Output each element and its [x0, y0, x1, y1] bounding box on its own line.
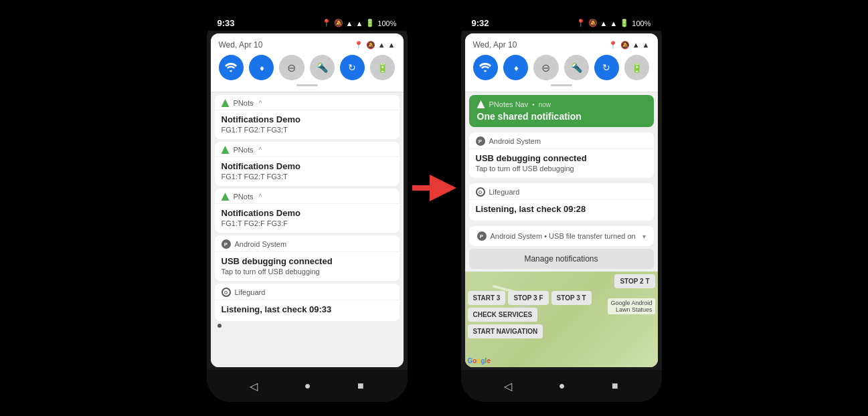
right-status-bar: 9:32 📍 🔕 ▲ ▲ 🔋 100%: [461, 14, 662, 31]
wifi-btn-right[interactable]: [473, 55, 498, 80]
flashlight-btn-right[interactable]: 🔦: [564, 55, 589, 80]
green-notification[interactable]: PNotes Nav • now One shared notification: [469, 95, 654, 127]
notif-header-usb-right: P Android System: [469, 132, 654, 149]
notif-title-pnots-2: Notifications Demo: [222, 161, 393, 171]
notif-title-pnots-3: Notifications Demo: [222, 208, 393, 218]
qs-buttons-right: ⬧ ⊖ 🔦 ↻ 🔋: [473, 55, 650, 80]
pnots-name-3: PNots: [234, 193, 254, 201]
manage-notifications[interactable]: Manage notifications: [469, 249, 654, 269]
arrow-head: [430, 175, 456, 201]
right-phone: 9:32 📍 🔕 ▲ ▲ 🔋 100% Wed, Apr 10: [461, 14, 662, 402]
left-quick-settings: Wed, Apr 10 📍 🔕 ▲ ▲ ⬧ ⊖: [211, 33, 404, 92]
qs-buttons-left: ⬧ ⊖ 🔦 ↻ 🔋: [219, 55, 396, 80]
right-time: 9:32: [472, 18, 489, 28]
notif-usb-right[interactable]: P Android System USB debugging connected…: [469, 132, 654, 178]
dnd-btn-right[interactable]: ⊖: [533, 55, 558, 80]
green-notif-title: One shared notification: [477, 111, 646, 122]
notif-body-pnots-2: Notifications Demo FG1:T FG2:T FG3:T: [215, 157, 400, 186]
right-notif-panel: Wed, Apr 10 📍 🔕 ▲ ▲ ⬧ ⊖: [465, 33, 658, 367]
mute-icon: 🔕: [334, 19, 343, 27]
flashlight-btn-left[interactable]: 🔦: [310, 55, 335, 80]
pnots-name-2: PNots: [234, 146, 254, 154]
notif-lifeguard-right[interactable]: Lifeguard Listening, last check 09:28: [469, 183, 654, 221]
mute-qs-right: 🔕: [620, 41, 630, 49]
qs-right-icons-r: 📍 🔕 ▲ ▲: [608, 41, 650, 49]
green-now: now: [539, 101, 551, 108]
android-name-left: Android System: [235, 240, 287, 248]
notif-dot-left: [218, 324, 222, 328]
location-qs-icon: 📍: [354, 41, 363, 49]
stop-3f-btn[interactable]: STOP 3 F: [508, 291, 548, 305]
notif-header-pnots-3: PNots ^: [215, 189, 400, 204]
battery-icon-right: 🔋: [620, 19, 629, 27]
home-btn-left[interactable]: ●: [305, 380, 311, 392]
dropdown-icon: ▾: [642, 233, 646, 240]
pnots-icon-1: [222, 99, 230, 107]
notif-usb-left[interactable]: P Android System USB debugging connected…: [215, 235, 400, 281]
back-btn-left[interactable]: ◁: [250, 380, 258, 393]
pnots-icon-3: [222, 193, 230, 201]
spacer-1: [468, 274, 612, 288]
notif-text-pnots-1: FG1:T FG2:T FG3:T: [222, 126, 393, 134]
dnd-btn-left[interactable]: ⊖: [279, 55, 304, 80]
notif-pnots-1[interactable]: PNots ^ Notifications Demo FG1:T FG2:T F…: [215, 95, 400, 139]
green-header: PNotes Nav • now: [477, 100, 646, 108]
start-navigation-btn[interactable]: START NAVIGATION: [468, 324, 543, 338]
left-time: 9:33: [218, 18, 235, 28]
wifi-qs-icon: ▲: [378, 41, 385, 49]
notif-usb-text-right: Tap to turn off USB debugging: [476, 165, 647, 173]
qs-right-icons: 📍 🔕 ▲ ▲: [354, 41, 396, 49]
stop-3t-btn[interactable]: STOP 3 T: [551, 291, 592, 305]
wifi-btn-left[interactable]: [219, 55, 244, 80]
battery-pct-left: 100%: [377, 19, 396, 27]
notif-body-usb-right: USB debugging connected Tap to turn off …: [469, 149, 654, 178]
notif-header-pnots-2: PNots ^: [215, 142, 400, 157]
right-date: Wed, Apr 10: [473, 40, 517, 49]
start-3-btn[interactable]: START 3: [468, 291, 506, 305]
recent-btn-right[interactable]: ■: [612, 380, 618, 392]
left-status-icons: 📍 🔕 ▲ ▲ 🔋 100%: [322, 19, 397, 27]
android-icon-left: P: [222, 239, 231, 249]
recent-btn-left[interactable]: ■: [357, 380, 364, 392]
android-name-right: Android System: [489, 137, 541, 145]
wifi-qs-right: ▲: [632, 41, 640, 49]
qs-header-right: Wed, Apr 10 📍 🔕 ▲ ▲: [473, 40, 650, 49]
sync-btn-right[interactable]: ↻: [594, 55, 619, 80]
stop-2t-btn[interactable]: STOP 2 T: [614, 274, 655, 288]
lifeguard-name-right: Lifeguard: [489, 188, 520, 196]
battery-btn-right[interactable]: 🔋: [624, 55, 649, 80]
green-notif-time: •: [532, 101, 535, 108]
battery-icon-left: 🔋: [365, 19, 375, 27]
loc-qs-right: 📍: [608, 41, 618, 49]
left-status-bar: 9:33 📍 🔕 ▲ ▲ 🔋 100%: [207, 14, 408, 31]
bluetooth-btn-left[interactable]: ⬧: [249, 55, 274, 80]
qs-handle-left: [296, 84, 318, 86]
map-row-4: START NAVIGATION: [468, 324, 655, 338]
back-btn-right[interactable]: ◁: [504, 380, 512, 393]
sync-btn-left[interactable]: ↻: [340, 55, 365, 80]
home-btn-right[interactable]: ●: [559, 380, 566, 392]
usb-transfer-row[interactable]: P Android System • USB file transfer tur…: [469, 226, 654, 246]
notif-body-pnots-1: Notifications Demo FG1:T FG2:T FG3:T: [215, 110, 400, 139]
mute-icon-right: 🔕: [588, 19, 598, 27]
pnots-name-1: PNots: [234, 99, 254, 107]
check-services-btn[interactable]: CHECK SERVICES: [468, 308, 538, 322]
battery-btn-left[interactable]: 🔋: [370, 55, 395, 80]
notif-body-usb-left: USB debugging connected Tap to turn off …: [215, 252, 400, 281]
notif-lifeguard-left[interactable]: Lifeguard Listening, last check 09:33: [215, 284, 400, 321]
map-row-1: STOP 2 T: [468, 274, 655, 288]
pnots-expand-2: ^: [258, 146, 262, 154]
mute-qs-icon: 🔕: [366, 41, 375, 49]
notif-text-pnots-3: FG1:T FG2:F FG3:F: [222, 219, 393, 227]
bluetooth-btn-right[interactable]: ⬧: [503, 55, 528, 80]
lifeguard-icon-left: [222, 288, 231, 297]
location-icon-right: 📍: [576, 19, 586, 27]
left-notif-panel: Wed, Apr 10 📍 🔕 ▲ ▲ ⬧ ⊖: [211, 33, 404, 367]
arrow: [408, 175, 461, 201]
android-icon-right: P: [476, 136, 485, 146]
notif-pnots-2[interactable]: PNots ^ Notifications Demo FG1:T FG2:T F…: [215, 142, 400, 186]
notif-pnots-3[interactable]: PNots ^ Notifications Demo FG1:T FG2:F F…: [215, 189, 400, 233]
notif-text-pnots-2: FG1:T FG2:T FG3:T: [222, 173, 393, 181]
lifeguard-name-left: Lifeguard: [235, 288, 266, 296]
notif-body-lifeguard-right: Listening, last check 09:28: [469, 200, 654, 221]
